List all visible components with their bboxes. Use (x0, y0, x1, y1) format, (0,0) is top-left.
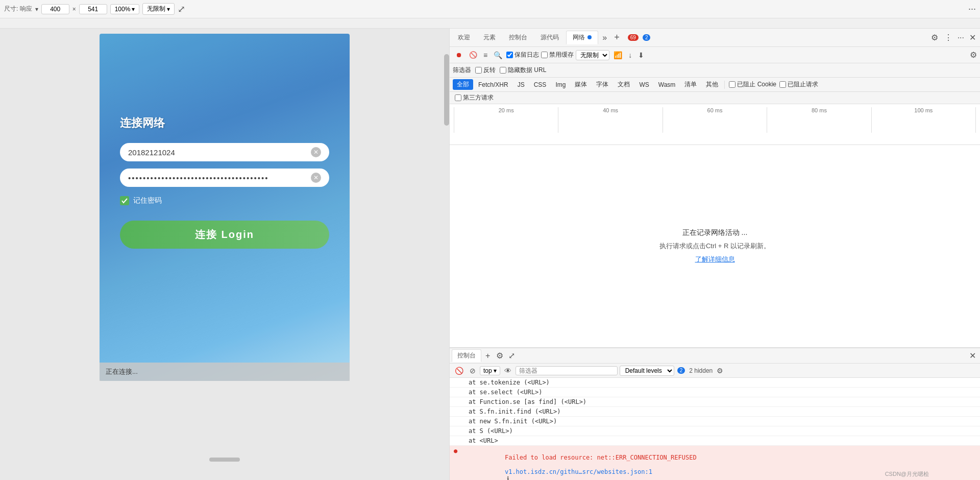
console-tab-main[interactable]: 控制台 (452, 349, 481, 362)
tab-welcome[interactable]: 欢迎 (452, 31, 476, 44)
device-mode-icon[interactable]: ⤢ (178, 4, 185, 15)
devtools-tabs: 欢迎 元素 控制台 源代码 网络 » + 69 2 ⚙ ⋮ ··· (450, 29, 980, 47)
throttle-button[interactable]: 无限制 ▾ (142, 3, 175, 15)
disable-cache-checkbox[interactable] (541, 52, 548, 58)
console-panel: 控制台 + ⚙ ⤢ ✕ 🚫 ⊘ top ▾ 👁 Default levels (450, 347, 980, 480)
filter-label: 筛选器 (453, 66, 471, 75)
type-wasm-button[interactable]: Wasm (654, 80, 680, 89)
type-fetch-button[interactable]: Fetch/XHR (474, 80, 512, 89)
record-button[interactable]: ⏺ (453, 49, 465, 61)
password-clear-icon[interactable]: ✕ (311, 173, 321, 183)
badge-area: 69 2 (626, 34, 651, 41)
type-manifest-button[interactable]: 清单 (680, 79, 701, 90)
hide-data-url-checkbox[interactable] (500, 67, 506, 74)
type-js-button[interactable]: JS (513, 80, 529, 89)
network-settings-icon[interactable]: ⚙ (970, 50, 977, 60)
stop-button[interactable]: 🚫 (467, 49, 479, 61)
console-output[interactable]: at se.tokenize (<URL>) at se.select (<UR… (450, 378, 980, 480)
console-badge: 2 (677, 367, 685, 374)
invert-label[interactable]: 反转 (475, 66, 496, 75)
more-tabs-button[interactable]: » (599, 33, 610, 42)
console-settings-icon[interactable]: ⚙ (494, 351, 505, 361)
type-img-button[interactable]: Img (551, 80, 570, 89)
hide-data-url-label[interactable]: 隐藏数据 URL (500, 66, 546, 75)
preserve-log-label[interactable]: 保留日志 (506, 51, 539, 59)
down-arrow-icon[interactable]: ↓ (626, 50, 634, 60)
login-card: 连接网络 ✕ ✕ (100, 34, 350, 381)
devtools-settings-icon[interactable]: ⚙ (928, 33, 941, 42)
console-settings2-icon[interactable]: ⚙ (717, 367, 723, 375)
tab-console[interactable]: 控制台 (503, 31, 533, 44)
third-party-checkbox[interactable] (455, 94, 461, 101)
type-media-button[interactable]: 媒体 (571, 79, 591, 90)
width-input[interactable] (41, 4, 69, 14)
third-party-label[interactable]: 第三方请求 (455, 93, 494, 102)
type-all-button[interactable]: 全部 (453, 79, 473, 90)
console-info-icon[interactable]: ℹ (507, 475, 509, 480)
console-line-7: at <URL> (450, 436, 980, 446)
top-context-select[interactable]: top ▾ (480, 366, 500, 375)
devtools-more-icon[interactable]: ⋮ (942, 33, 954, 42)
console-stop-icon[interactable]: ⊘ (468, 366, 478, 376)
console-line-3: at Function.se [as find] (<URL>) (450, 397, 980, 407)
size-label: 尺寸: 响应 (4, 5, 32, 13)
height-input[interactable] (79, 4, 107, 14)
type-other-button[interactable]: 其他 (702, 79, 722, 90)
console-text-2: at se.select (<URL>) (454, 389, 542, 396)
type-css-button[interactable]: CSS (530, 80, 551, 89)
tab-network[interactable]: 网络 (566, 31, 598, 44)
throttle-select[interactable]: 无限制 (576, 50, 609, 60)
console-level-select[interactable]: Default levels (620, 366, 674, 376)
type-font-button[interactable]: 字体 (592, 79, 612, 90)
blocked-requests-label[interactable]: 已阻止请求 (779, 80, 818, 89)
console-error-link[interactable]: v1.hot.isdz.cn/githu…src/websites.json:1 (505, 468, 652, 475)
network-dot (587, 35, 592, 39)
network-empty-state: 正在记录网络活动 ... 执行请求或点击Ctrl + R 以记录刷新。 了解详细… (450, 145, 980, 347)
console-eye-icon[interactable]: 👁 (502, 366, 513, 376)
devtools-close-icon[interactable]: ✕ (967, 33, 978, 42)
console-filter-input[interactable] (516, 366, 618, 375)
wifi-icon[interactable]: 📶 (611, 50, 624, 60)
username-field-wrap[interactable]: ✕ (120, 143, 329, 161)
invert-checkbox[interactable] (475, 67, 482, 74)
login-button[interactable]: 连接 Login (120, 221, 329, 249)
timeline-labels: 20 ms 40 ms 60 ms 80 ms 100 ms (450, 107, 980, 133)
zoom-button[interactable]: 100% ▾ (110, 4, 140, 14)
type-doc-button[interactable]: 文档 (614, 79, 634, 90)
console-text-1: at se.tokenize (<URL>) (454, 379, 550, 386)
console-add-tab-button[interactable]: + (482, 351, 493, 361)
remember-label: 记住密码 (133, 196, 162, 205)
more-options-button[interactable]: ··· (968, 4, 976, 14)
type-divider (724, 81, 725, 89)
tab-sources[interactable]: 源代码 (534, 31, 565, 44)
username-input[interactable] (128, 148, 311, 157)
remember-checkbox[interactable] (120, 196, 129, 205)
status-text: 正在连接... (106, 367, 138, 376)
search-icon[interactable]: 🔍 (492, 50, 504, 60)
type-ws-button[interactable]: WS (635, 80, 653, 89)
blocked-cookie-checkbox[interactable] (729, 81, 736, 88)
blocked-cookie-label[interactable]: 已阻止 Cookie (729, 80, 776, 89)
password-input[interactable] (128, 174, 311, 182)
network-toolbar: ⏺ 🚫 ≡ 🔍 保留日志 禁用缓存 无限制 📶 ↓ ⬇ ⚙ (450, 47, 980, 63)
timeline-label-80: 80 ms (767, 107, 871, 133)
preview-scrollbar-bottom[interactable] (209, 458, 240, 462)
preview-scrollbar[interactable] (444, 54, 449, 126)
console-resize-icon[interactable]: ⤢ (506, 351, 517, 361)
login-title: 连接网络 (120, 115, 165, 131)
disable-cache-label[interactable]: 禁用缓存 (541, 51, 574, 59)
dropdown-arrow: ▾ (35, 6, 38, 13)
preserve-log-checkbox[interactable] (506, 52, 513, 58)
import-icon[interactable]: ⬇ (636, 50, 646, 60)
devtools-ellipsis-icon[interactable]: ··· (955, 33, 966, 42)
username-clear-icon[interactable]: ✕ (311, 147, 321, 157)
preview-content: 连接网络 ✕ ✕ (100, 34, 350, 381)
network-learn-more-link[interactable]: 了解详细信息 (695, 255, 735, 264)
list-icon[interactable]: ≡ (481, 50, 489, 60)
add-tab-button[interactable]: + (611, 32, 623, 43)
tab-elements[interactable]: 元素 (477, 31, 502, 44)
blocked-requests-checkbox[interactable] (779, 81, 786, 88)
console-close-button[interactable]: ✕ (967, 351, 978, 361)
console-clear-icon[interactable]: 🚫 (453, 366, 465, 376)
password-field-wrap[interactable]: ✕ (120, 169, 329, 187)
